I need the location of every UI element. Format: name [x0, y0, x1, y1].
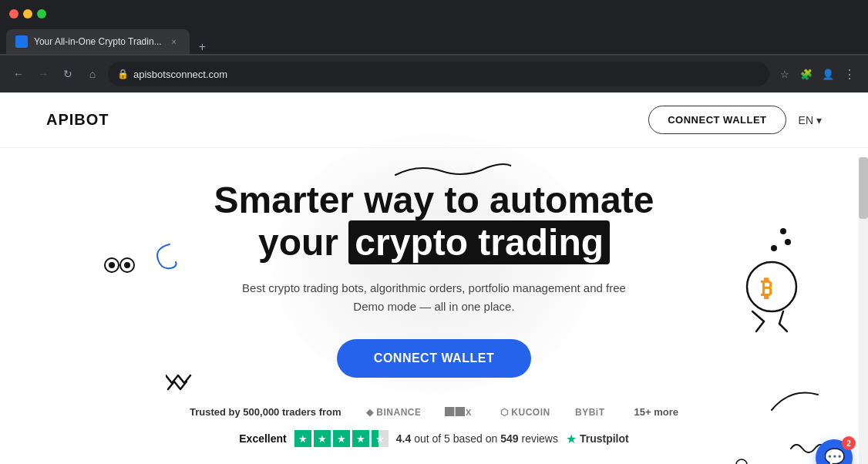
- trustpilot-bar: Excellent ★ ★ ★ ★ ★ 4.4 out of 5 based o…: [239, 430, 628, 447]
- connect-wallet-nav-button[interactable]: CONNECT WALLET: [648, 106, 786, 134]
- okx-logo: X: [445, 405, 476, 418]
- svg-rect-18: [450, 407, 459, 416]
- tab-title: Your All-in-One Crypto Tradin...: [34, 36, 162, 47]
- site-logo: APIBOT: [46, 111, 109, 129]
- address-bar[interactable]: 🔒 apisbotsconnect.com: [108, 62, 769, 86]
- kucoin-logo: ⬡ KUCOIN: [500, 405, 550, 418]
- tab-favicon: [15, 35, 28, 48]
- window-max-btn[interactable]: [37, 9, 46, 18]
- hero-section: ₿ Smarter way to automate your crypto tr…: [0, 148, 868, 447]
- bookmark-icon[interactable]: ☆: [775, 65, 794, 83]
- circle-right-icon: [735, 458, 749, 464]
- binance-logo: ◆ BINANCE: [366, 405, 420, 418]
- trust-star-icon: ★: [566, 432, 577, 446]
- trusted-bar: Trusted by 500,000 traders from ◆ BINANC…: [190, 405, 678, 418]
- tab-close-icon[interactable]: ×: [168, 35, 180, 48]
- svg-text:BYBiT: BYBiT: [575, 407, 605, 418]
- svg-text:◆ BINANCE: ◆ BINANCE: [366, 407, 420, 418]
- trusted-label: Trusted by 500,000 traders from: [190, 406, 341, 418]
- trust-score: 4.4 out of 5 based on 549 reviews: [396, 432, 558, 445]
- svg-text:⬡ KUCOIN: ⬡ KUCOIN: [500, 407, 550, 418]
- nav-back-button[interactable]: ←: [9, 65, 28, 83]
- trust-brand-name: Trustpilot: [580, 432, 629, 445]
- browser-tab[interactable]: Your All-in-One Crypto Tradin... ×: [6, 29, 190, 54]
- stars: ★ ★ ★ ★ ★: [294, 430, 389, 447]
- extensions-icon[interactable]: 🧩: [797, 65, 816, 83]
- trustpilot-label: Excellent: [239, 432, 286, 445]
- hero-subtitle: Best crypto trading bots, algorithmic or…: [241, 279, 627, 316]
- connect-wallet-hero-button[interactable]: CONNECT WALLET: [337, 339, 531, 378]
- bybit-logo: BYBiT: [575, 405, 610, 418]
- window-close-btn[interactable]: [9, 9, 19, 18]
- window-min-btn[interactable]: [23, 9, 32, 18]
- menu-icon[interactable]: ⋮: [840, 65, 859, 83]
- new-tab-button[interactable]: +: [193, 40, 212, 54]
- title-highlight: crypto trading: [348, 220, 610, 264]
- more-exchanges: 15+ more: [634, 406, 678, 418]
- hero-title: Smarter way to automate your crypto trad…: [214, 179, 654, 264]
- nav-home-button[interactable]: ⌂: [83, 65, 102, 83]
- chat-badge: 2: [842, 436, 856, 450]
- nav-refresh-button[interactable]: ↻: [59, 65, 77, 83]
- trustpilot-brand: ★ Trustpilot: [566, 432, 629, 446]
- language-selector[interactable]: EN ▾: [799, 114, 822, 126]
- lang-arrow-icon: ▾: [816, 114, 822, 126]
- address-text: apisbotsconnect.com: [133, 69, 760, 80]
- nav-forward-button[interactable]: →: [34, 65, 52, 83]
- lock-icon: 🔒: [117, 69, 129, 79]
- profile-icon[interactable]: 👤: [819, 65, 837, 83]
- svg-text:X: X: [466, 408, 472, 417]
- svg-point-14: [736, 459, 747, 464]
